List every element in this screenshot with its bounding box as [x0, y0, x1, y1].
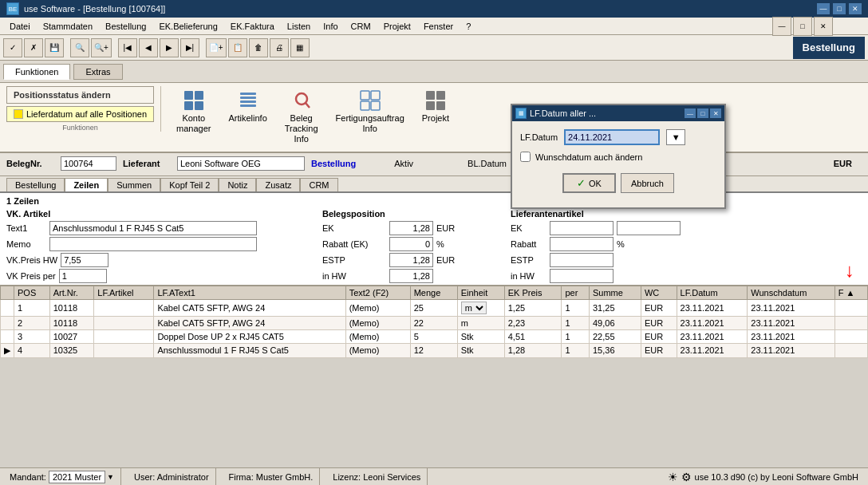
menu-fenster[interactable]: Fenster	[417, 20, 460, 33]
svg-rect-16	[426, 101, 435, 110]
lines-header: 1 Zeilen	[6, 196, 862, 206]
tab-summen[interactable]: Summen	[108, 178, 160, 191]
table-cell	[94, 329, 154, 343]
tb-btn-3[interactable]: 💾	[45, 38, 64, 57]
table-cell: 12	[410, 343, 457, 357]
tab-crm[interactable]: CRM	[300, 178, 337, 191]
lieferantenartikel-section: Lieferantenartikel EK Rabatt % ESTP in H…	[511, 209, 825, 283]
lf-inhw-input[interactable]	[550, 269, 614, 283]
menu-listen[interactable]: Listen	[281, 20, 317, 33]
rabatt-input[interactable]	[389, 237, 433, 251]
vk-preis-per-row: VK Preis per	[6, 269, 310, 283]
table-row[interactable]: 110118Kabel CAT5 SFTP, AWG 24(Memo)25m1,…	[1, 299, 868, 316]
table-row[interactable]: ▶410325Anschlussmodul 1 F RJ45 S Cat5(Me…	[1, 343, 868, 357]
belegNr-input[interactable]	[61, 156, 116, 171]
table-cell	[94, 299, 154, 316]
inhw-input[interactable]	[389, 269, 433, 283]
ribbon-btn-fertigungs[interactable]: FertigungsauftragInfo	[330, 86, 410, 137]
ribbon-btn-beleg[interactable]: BelegTrackingInfo	[279, 86, 324, 148]
tb-nav-prev[interactable]: ◀	[139, 38, 158, 57]
tb-btn-1[interactable]: ✓	[3, 38, 22, 57]
tb-nav-next[interactable]: ▶	[160, 38, 179, 57]
estp-input[interactable]	[389, 253, 433, 267]
menu-crm[interactable]: CRM	[345, 20, 377, 33]
maximize-button[interactable]: □	[833, 3, 846, 14]
wunschdatum-checkbox[interactable]	[520, 152, 531, 162]
tab-notiz[interactable]: Notiz	[219, 178, 256, 191]
detail-area: VK. Artikel Text1 Memo VK.Preis HW VK Pr…	[6, 209, 862, 283]
lf-estp-input[interactable]	[550, 253, 614, 267]
ok-button[interactable]: ✓ OK	[562, 173, 616, 193]
table-row[interactable]: 310027Doppel Dose UP 2 x RJ45 CAT5(Memo)…	[1, 329, 868, 343]
tb-btn-delete[interactable]: 🗑	[249, 38, 268, 57]
tb-btn-grid[interactable]: ▦	[290, 38, 310, 57]
lf-rabatt-input[interactable]	[550, 237, 614, 251]
tab-extras[interactable]: Extras	[73, 64, 122, 80]
vk-artikel-label: VK. Artikel	[6, 209, 310, 219]
tb-nav-first[interactable]: |◀	[118, 38, 137, 57]
dialog-minimize-btn[interactable]: —	[685, 108, 696, 118]
lf-ek-input[interactable]	[550, 221, 614, 235]
window-max-btn[interactable]: □	[793, 17, 812, 36]
svg-rect-11	[371, 91, 380, 100]
mandant-dropdown[interactable]: ▼	[107, 473, 114, 481]
table-cell: EUR	[641, 299, 677, 316]
lf-datum-input[interactable]	[564, 129, 660, 145]
vk-preis-hw-input[interactable]	[61, 253, 108, 267]
tab-kopf-teil2[interactable]: Kopf Teil 2	[160, 178, 219, 191]
menu-projekt[interactable]: Projekt	[377, 20, 417, 33]
menu-datei[interactable]: Datei	[3, 20, 37, 33]
close-button[interactable]: ✕	[849, 3, 862, 14]
ek-currency: EUR	[436, 223, 455, 233]
svg-rect-13	[371, 101, 380, 110]
lf-ek-input2[interactable]	[617, 221, 681, 235]
table-cell: 10118	[49, 316, 94, 329]
mandant-label: Mandant	[10, 472, 44, 482]
lf-datum-dropdown[interactable]: ▼	[666, 129, 685, 145]
ribbon-btn-artikelinfo[interactable]: Artikelinfo	[223, 86, 272, 126]
vk-preis-per-input[interactable]	[59, 269, 107, 283]
einheit-select[interactable]: m	[461, 302, 487, 314]
text1-input[interactable]	[49, 221, 257, 235]
dialog-close-btn[interactable]: ✕	[710, 108, 721, 118]
minimize-button[interactable]: —	[817, 3, 830, 14]
col-pos: POS	[14, 286, 50, 299]
table-row[interactable]: 210118Kabel CAT5 SFTP, AWG 24(Memo)22m2,…	[1, 316, 868, 329]
cancel-button[interactable]: Abbruch	[621, 173, 674, 193]
tb-btn-find2[interactable]: 🔍+	[91, 38, 112, 57]
tab-zusatz[interactable]: Zusatz	[256, 178, 300, 191]
tb-btn-print[interactable]: 🖨	[270, 38, 289, 57]
tb-btn-2[interactable]: ✗	[24, 38, 43, 57]
ribbon-btn-konto[interactable]: Kontomanager	[171, 86, 216, 137]
window-close-btn[interactable]: ✕	[814, 17, 833, 36]
tab-funktionen[interactable]: Funktionen	[3, 64, 70, 80]
tb-btn-copy[interactable]: 📋	[228, 38, 247, 57]
table-cell: 3	[14, 329, 50, 343]
window-min-btn[interactable]: —	[772, 17, 791, 36]
memo-input[interactable]	[49, 237, 257, 251]
svg-rect-12	[361, 101, 369, 110]
window-title: use Software - [Bestellung [100764]]	[24, 4, 165, 14]
tab-zeilen[interactable]: Zeilen	[65, 178, 108, 191]
menu-help[interactable]: ?	[460, 20, 477, 33]
col-lfatext1: LF.AText1	[154, 286, 345, 299]
ek-input[interactable]	[389, 221, 433, 235]
menu-bestellung[interactable]: Bestellung	[99, 20, 152, 33]
dialog-maximize-btn[interactable]: □	[697, 108, 708, 118]
table-cell: 4,51	[504, 329, 562, 343]
table-cell: 4	[14, 343, 50, 357]
menu-info[interactable]: Info	[317, 20, 344, 33]
tb-nav-last[interactable]: ▶|	[180, 38, 199, 57]
tab-bestellung[interactable]: Bestellung	[6, 178, 65, 191]
menu-bar: Datei Stammdaten Bestellung EK.Belieferu…	[0, 18, 868, 35]
menu-ek-faktura[interactable]: EK.Faktura	[224, 20, 281, 33]
ribbon-btn-projekt[interactable]: Projekt	[416, 86, 455, 126]
lieferdatum-btn[interactable]: Lieferdatum auf alle Positionen	[6, 106, 154, 122]
firma-item: Firma: Muster GmbH.	[223, 468, 321, 485]
tb-btn-find[interactable]: 🔍	[70, 38, 89, 57]
lieferant-input[interactable]	[177, 156, 305, 171]
menu-stammdaten[interactable]: Stammdaten	[37, 20, 99, 33]
tb-btn-new[interactable]: 📄+	[206, 38, 227, 57]
menu-ek-belieferung[interactable]: EK.Belieferung	[152, 20, 223, 33]
table-cell: Kabel CAT5 SFTP, AWG 24	[154, 316, 345, 329]
